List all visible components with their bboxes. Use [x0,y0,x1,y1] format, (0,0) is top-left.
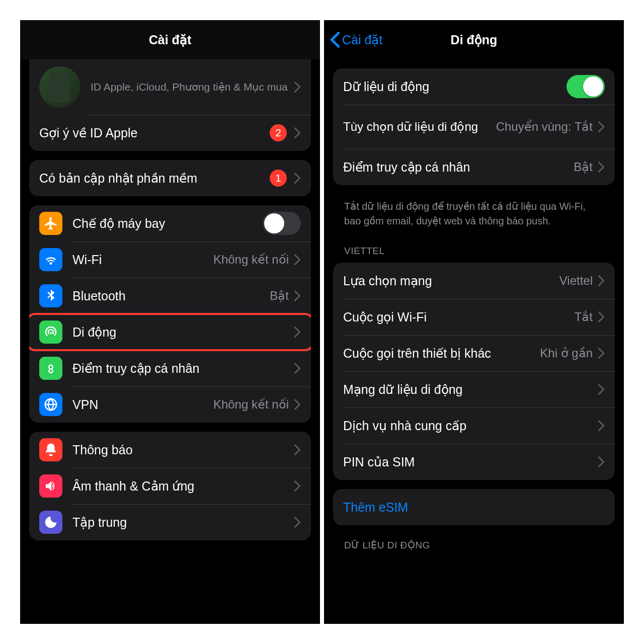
airplane-toggle[interactable] [263,212,301,235]
badge: 1 [270,170,287,187]
cellular-icon [39,320,62,344]
apple-id-suggestions-row[interactable]: Gợi ý về ID Apple 2 [29,115,311,151]
row-value: Viettel [559,274,593,288]
avatar [39,66,80,108]
section-header-data: DỮ LIỆU DI ĐỘNG [333,534,615,554]
back-button[interactable]: Cài đặt [330,31,382,48]
row-label: Thêm eSIM [343,500,605,515]
row-label: Điểm truy cập cá nhân [72,361,294,376]
airplane-mode-row[interactable]: Chế độ máy bay [29,205,311,242]
row-label: Điểm truy cập cá nhân [343,160,574,175]
header: Cài đặt [20,20,320,59]
calls-other-devices-row[interactable]: Cuộc gọi trên thiết bị khác Khi ở gần [333,335,615,371]
row-label: Tập trung [72,515,294,530]
mobile-data-toggle[interactable] [567,75,605,98]
back-label: Cài đặt [342,33,382,47]
mobile-data-network-row[interactable]: Mạng dữ liệu di động [333,371,615,408]
chevron-right-icon [294,172,301,184]
add-esim-row[interactable]: Thêm eSIM [333,489,615,525]
header: Cài đặt Di động [324,20,624,59]
bluetooth-icon [39,284,62,307]
notifications-row[interactable]: Thông báo [29,432,311,468]
chevron-right-icon [294,444,301,456]
sounds-row[interactable]: Âm thanh & Cảm ứng [29,468,311,504]
row-label: Dịch vụ nhà cung cấp [343,419,598,433]
row-value: Bật [574,160,593,174]
chevron-right-icon [294,290,301,302]
row-label: Dữ liệu di động [343,79,567,94]
chevron-right-icon [294,480,301,492]
chevron-right-icon [598,420,605,432]
chevron-right-icon [294,326,301,338]
wifi-row[interactable]: Wi-Fi Không kết nối [29,242,311,278]
row-value: Khi ở gần [540,346,593,360]
chevron-right-icon [294,127,301,139]
row-value: Chuyển vùng: Tắt [496,120,593,134]
notifications-icon [39,438,62,461]
row-value: Tắt [575,310,593,324]
apple-id-profile-row[interactable]: ID Apple, iCloud, Phương tiện & Mục mua [29,59,311,115]
chevron-right-icon [598,311,605,323]
software-update-row[interactable]: Có bản cập nhật phần mềm 1 [29,160,311,196]
hotspot-row[interactable]: Điểm truy cập cá nhân [29,350,311,386]
page-title: Cài đặt [149,33,191,47]
chevron-right-icon [598,275,605,287]
row-label: Wi-Fi [72,253,213,267]
bluetooth-row[interactable]: Bluetooth Bật [29,278,311,314]
row-value: Bật [270,289,289,303]
chevron-right-icon [598,347,605,359]
chevron-right-icon [294,516,301,528]
vpn-icon [39,393,62,416]
chevron-right-icon [294,254,301,266]
airplane-icon [39,212,62,235]
network-selection-row[interactable]: Lựa chọn mạng Viettel [333,263,615,299]
chevron-right-icon [598,121,605,133]
page-title: Di động [451,33,498,47]
row-label: Lựa chọn mạng [343,274,559,288]
chevron-right-icon [598,161,605,173]
focus-row[interactable]: Tập trung [29,504,311,540]
row-label: Âm thanh & Cảm ứng [72,479,294,494]
focus-icon [39,511,62,534]
row-value: Không kết nối [213,253,289,267]
chevron-right-icon [294,81,301,93]
row-label: Tùy chọn dữ liệu di động [343,119,496,134]
data-options-row[interactable]: Tùy chọn dữ liệu di động Chuyển vùng: Tắ… [333,105,615,149]
row-label: PIN của SIM [343,455,598,469]
row-label: Bluetooth [72,289,270,303]
row-label: Chế độ máy bay [72,216,263,231]
hotspot-row[interactable]: Điểm truy cập cá nhân Bật [333,149,615,185]
sounds-icon [39,474,62,498]
section-header-carrier: VIETTEL [333,240,615,260]
carrier-services-row[interactable]: Dịch vụ nhà cung cấp [333,408,615,444]
row-label: Cuộc gọi trên thiết bị khác [343,346,540,361]
cellular-screen: Cài đặt Di động Dữ liệu di động Tùy chọn… [324,20,624,624]
wifi-icon [39,248,62,271]
wifi-calling-row[interactable]: Cuộc gọi Wi-Fi Tắt [333,299,615,335]
row-label: Có bản cập nhật phần mềm [39,171,270,186]
row-label: Di động [72,325,294,340]
footer-text: Tắt dữ liệu di động để truyền tất cả dữ … [333,194,615,240]
row-label: Mạng dữ liệu di động [343,382,598,397]
settings-screen: Cài đặt ID Apple, iCloud, Phương tiện & … [20,20,320,624]
cellular-row[interactable]: Di động [29,314,311,350]
profile-subtitle: ID Apple, iCloud, Phương tiện & Mục mua [91,80,294,94]
chevron-right-icon [294,398,301,411]
row-value: Không kết nối [213,397,289,412]
chevron-right-icon [598,456,605,468]
vpn-row[interactable]: VPN Không kết nối [29,386,311,423]
row-label: VPN [72,397,213,412]
hotspot-icon [39,357,62,380]
chevron-right-icon [598,383,605,395]
row-label: Gợi ý về ID Apple [39,126,270,140]
badge: 2 [270,124,287,141]
mobile-data-row[interactable]: Dữ liệu di động [333,68,615,105]
row-label: Cuộc gọi Wi-Fi [343,310,575,325]
chevron-right-icon [294,362,301,374]
row-label: Thông báo [72,443,294,457]
sim-pin-row[interactable]: PIN của SIM [333,444,615,480]
